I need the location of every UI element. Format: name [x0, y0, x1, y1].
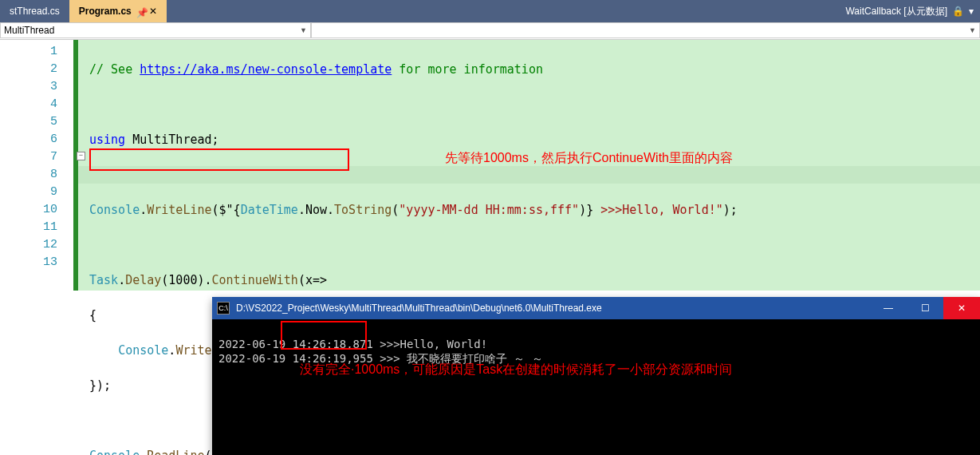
console-output[interactable]: 2022-06-19 14:26:18,871 >>>Hello, World!…: [212, 319, 980, 412]
window-buttons: — ☐ ✕: [870, 297, 980, 319]
chevron-down-icon: ▼: [969, 26, 976, 34]
code-line: Task.Delay(1000).ContinueWith(x=>: [89, 271, 980, 289]
tab-bar: stThread.cs Program.cs 📌 ✕ WaitCallback …: [0, 0, 980, 22]
console-titlebar[interactable]: C:\ D:\VS2022_Project\Wesky\MultiThread\…: [212, 297, 980, 319]
line-number: 9: [0, 184, 57, 201]
close-button[interactable]: ✕: [943, 297, 980, 319]
line-number: 1: [0, 43, 57, 61]
minimize-button[interactable]: —: [870, 297, 907, 319]
line-number: 10: [0, 201, 57, 219]
console-icon: C:\: [217, 302, 230, 315]
close-icon[interactable]: ✕: [149, 6, 157, 17]
annotation-text-2: 没有完全·1000ms，可能原因是Task在创建的时候消耗了一小部分资源和时间: [300, 362, 732, 377]
doc-link[interactable]: https://aka.ms/new-console-template: [140, 62, 392, 77]
pin-icon[interactable]: 📌: [136, 7, 144, 15]
line-number: 13: [0, 254, 57, 271]
code-area[interactable]: − // See https://aka.ms/new-console-temp…: [73, 40, 980, 291]
caret-down-icon[interactable]: ▾: [969, 6, 974, 17]
dropdown-value: MultiThread: [4, 25, 54, 36]
line-number: 5: [0, 113, 57, 131]
lock-icon: 🔒: [952, 6, 964, 17]
tab-stthread[interactable]: stThread.cs: [0, 0, 69, 22]
chevron-down-icon: ▼: [300, 26, 307, 34]
code-line: [89, 236, 980, 254]
tab-program[interactable]: Program.cs 📌 ✕: [69, 0, 167, 22]
line-number: 7: [0, 148, 57, 166]
maximize-button[interactable]: ☐: [907, 297, 943, 319]
code-line: [89, 96, 980, 113]
line-number: 12: [0, 236, 57, 254]
line-number: 4: [0, 96, 57, 113]
context-text: WaitCallback [从元数据]: [845, 5, 947, 18]
code-line: Console.WriteLine($"{DateTime.Now.ToStri…: [89, 201, 980, 219]
console-title: D:\VS2022_Project\Wesky\MultiThread\Mult…: [236, 303, 602, 314]
navigation-bar: MultiThread ▼ ▼: [0, 22, 980, 40]
line-number: 8: [0, 166, 57, 184]
code-line: // See https://aka.ms/new-console-templa…: [89, 61, 980, 78]
code-editor[interactable]: 1 2 3 4 5 6 7 8 9 10 11 12 13 − // See h…: [0, 40, 980, 291]
tab-label: Program.cs: [79, 6, 132, 17]
line-number: 3: [0, 78, 57, 96]
annotation-text-1: 先等待1000ms，然后执行ContinueWith里面的内容: [445, 150, 733, 167]
code-line: using MultiThread;: [89, 131, 980, 148]
line-gutter: 1 2 3 4 5 6 7 8 9 10 11 12 13: [0, 40, 73, 291]
member-dropdown[interactable]: ▼: [311, 22, 980, 38]
scope-dropdown[interactable]: MultiThread ▼: [0, 22, 311, 38]
right-context-label: WaitCallback [从元数据] 🔒 ▾: [845, 5, 974, 18]
console-window: C:\ D:\VS2022_Project\Wesky\MultiThread\…: [212, 297, 980, 455]
line-number: 6: [0, 131, 57, 148]
line-number: 11: [0, 219, 57, 236]
line-number: 2: [0, 61, 57, 78]
code-line: [89, 166, 980, 184]
console-line: 2022-06-19 14:26:18,871 >>>Hello, World!: [218, 338, 487, 350]
fold-toggle[interactable]: −: [77, 152, 85, 160]
tab-label: stThread.cs: [10, 6, 60, 17]
